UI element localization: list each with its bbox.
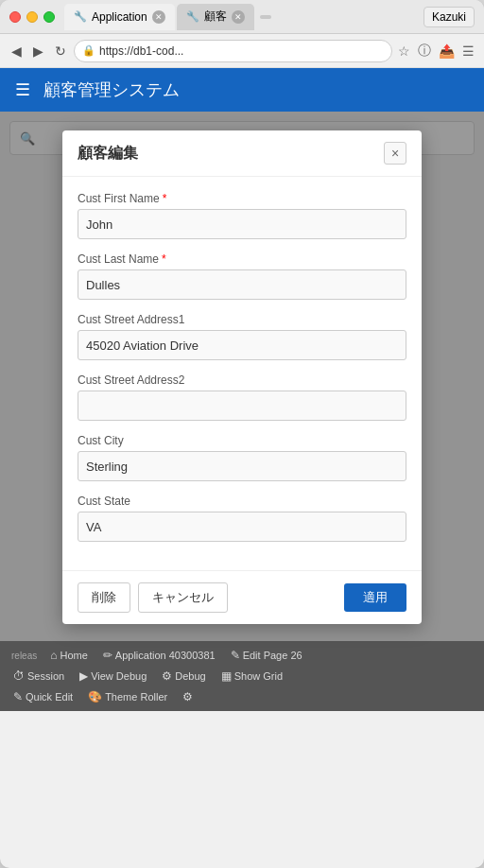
cancel-button[interactable]: キャンセル — [138, 582, 228, 613]
label-street1: Cust Street Address1 — [78, 313, 406, 326]
address-bar[interactable]: 🔒 https://db1-cod... — [74, 40, 392, 62]
tab-bar: 🔧 Application ✕ 🔧 顧客 ✕ — [64, 4, 424, 30]
bottom-toolbar: releas ⌂ Home ✏ Application 40300381 ✎ E… — [0, 641, 484, 711]
form-group-state: Cust State — [78, 495, 406, 542]
view-debug-icon: ▶ — [79, 669, 88, 683]
toolbar-home-label: Home — [60, 650, 88, 661]
new-tab-button[interactable] — [260, 15, 271, 19]
toolbar-debug-label: Debug — [175, 670, 205, 682]
toolbar-row-1: releas ⌂ Home ✏ Application 40300381 ✎ E… — [8, 645, 476, 666]
toolbar-row-3: ✎ Quick Edit 🎨 Theme Roller ⚙ — [8, 686, 476, 707]
tab-customer[interactable]: 🔧 顧客 ✕ — [177, 4, 254, 30]
form-group-street2: Cust Street Address2 — [78, 373, 406, 421]
show-grid-icon: ▦ — [221, 669, 232, 683]
modal-footer: 削除 キャンセル 適用 — [62, 570, 422, 624]
modal-body: Cust First Name* Cust Last Name* Cust St… — [62, 177, 422, 570]
label-city: Cust City — [78, 434, 406, 447]
modal-title: 顧客編集 — [78, 144, 138, 164]
release-text: releas — [8, 649, 41, 663]
close-window-button[interactable] — [9, 11, 21, 23]
toolbar-edit-page[interactable]: ✎ Edit Page 26 — [225, 647, 308, 664]
modal-overlay: 顧客編集 × Cust First Name* C — [0, 112, 484, 641]
required-star-last-name: * — [162, 252, 166, 266]
tab-application-close[interactable]: ✕ — [152, 10, 165, 24]
nav-bar: ◀ ▶ ↻ 🔒 https://db1-cod... ☆ ⓘ 📤 ☰ — [0, 34, 484, 68]
delete-button[interactable]: 削除 — [78, 582, 130, 613]
app-title: 顧客管理システム — [43, 78, 180, 101]
quick-edit-icon: ✎ — [13, 690, 23, 703]
bookmark-icon[interactable]: ☆ — [396, 42, 412, 61]
minimize-window-button[interactable] — [26, 11, 38, 23]
theme-roller-icon: 🎨 — [88, 690, 102, 703]
label-first-name: Cust First Name* — [78, 192, 406, 205]
toolbar-theme-roller-label: Theme Roller — [105, 691, 167, 703]
label-last-name: Cust Last Name* — [78, 252, 406, 266]
toolbar-row-2: ⏱ Session ▶ View Debug ⚙ Debug ▦ Show Gr… — [8, 666, 476, 686]
toolbar-quick-edit-label: Quick Edit — [26, 691, 73, 703]
toolbar-debug[interactable]: ⚙ Debug — [156, 668, 211, 685]
content-area: 🔍 顧客編集 × Cust First Name* — [0, 112, 484, 641]
app-header: ☰ 顧客管理システム — [0, 68, 484, 112]
toolbar-application[interactable]: ✏ Application 40300381 — [97, 647, 221, 664]
debug-icon: ⚙ — [162, 669, 172, 683]
label-state: Cust State — [78, 495, 406, 508]
tab-customer-icon: 🔧 — [186, 10, 199, 23]
menu-icon[interactable]: ☰ — [460, 42, 476, 61]
footer-left-buttons: 削除 キャンセル — [78, 582, 228, 613]
share-icon[interactable]: 📤 — [437, 42, 457, 61]
home-icon: ⌂ — [50, 649, 57, 662]
apply-button[interactable]: 適用 — [344, 583, 406, 612]
modal-header: 顧客編集 × — [62, 130, 422, 177]
tab-customer-close[interactable]: ✕ — [232, 10, 245, 24]
input-first-name[interactable] — [78, 209, 406, 239]
toolbar-show-grid-label: Show Grid — [234, 670, 283, 682]
maximize-window-button[interactable] — [43, 11, 55, 23]
input-street1[interactable] — [78, 330, 406, 360]
edit-page-icon: ✎ — [231, 649, 240, 662]
input-last-name[interactable] — [78, 269, 406, 300]
toolbar-session[interactable]: ⏱ Session — [8, 668, 70, 685]
toolbar-show-grid[interactable]: ▦ Show Grid — [216, 668, 288, 685]
address-text: https://db1-cod... — [99, 44, 384, 58]
toolbar-settings[interactable]: ⚙ — [177, 688, 199, 705]
reload-button[interactable]: ↻ — [51, 40, 70, 62]
form-group-last-name: Cust Last Name* — [78, 252, 406, 300]
modal-close-button[interactable]: × — [384, 142, 406, 165]
toolbar-view-debug[interactable]: ▶ View Debug — [74, 668, 152, 685]
toolbar-session-label: Session — [27, 670, 64, 682]
toolbar-quick-edit[interactable]: ✎ Quick Edit — [8, 688, 78, 705]
back-button[interactable]: ◀ — [8, 40, 26, 62]
label-street2: Cust Street Address2 — [78, 373, 406, 387]
required-star-first-name: * — [163, 192, 167, 205]
form-group-street1: Cust Street Address1 — [78, 313, 406, 360]
traffic-lights — [9, 11, 55, 23]
forward-button[interactable]: ▶ — [29, 40, 47, 62]
tab-application-label: Application — [92, 10, 147, 24]
application-icon: ✏ — [103, 649, 112, 662]
input-city[interactable] — [78, 451, 406, 481]
lock-icon: 🔒 — [82, 44, 95, 57]
tab-customer-label: 顧客 — [204, 9, 227, 25]
input-street2[interactable] — [78, 391, 406, 421]
modal-dialog: 顧客編集 × Cust First Name* C — [62, 130, 422, 624]
form-group-first-name: Cust First Name* — [78, 192, 406, 239]
session-icon: ⏱ — [13, 669, 25, 683]
tab-application[interactable]: 🔧 Application ✕ — [64, 4, 175, 30]
input-state[interactable] — [78, 512, 406, 542]
user-button[interactable]: Kazuki — [424, 7, 475, 27]
toolbar-theme-roller[interactable]: 🎨 Theme Roller — [82, 688, 173, 705]
hamburger-icon[interactable]: ☰ — [15, 79, 30, 100]
window: 🔧 Application ✕ 🔧 顧客 ✕ Kazuki ◀ ▶ ↻ 🔒 ht… — [0, 0, 484, 868]
toolbar-view-debug-label: View Debug — [91, 670, 147, 682]
settings-icon: ⚙ — [182, 690, 193, 703]
info-icon[interactable]: ⓘ — [416, 41, 433, 61]
title-bar: 🔧 Application ✕ 🔧 顧客 ✕ Kazuki — [0, 0, 484, 34]
toolbar-application-label: Application 40300381 — [115, 650, 216, 661]
form-group-city: Cust City — [78, 434, 406, 481]
nav-actions: ☆ ⓘ 📤 ☰ — [396, 41, 476, 61]
toolbar-home[interactable]: ⌂ Home — [44, 647, 94, 664]
tab-application-icon: 🔧 — [74, 10, 87, 23]
toolbar-edit-page-label: Edit Page 26 — [243, 650, 302, 661]
